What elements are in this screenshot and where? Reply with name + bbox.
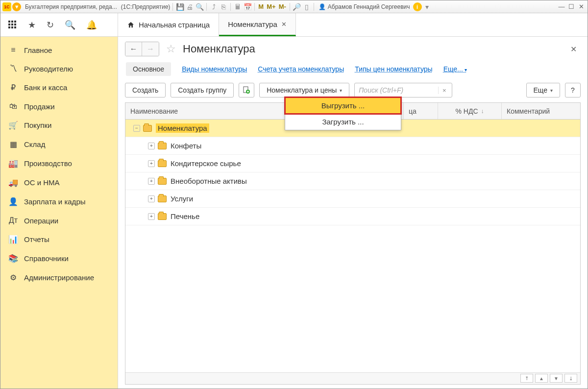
page-down-button[interactable]: ▼ bbox=[550, 374, 563, 383]
maximize-button[interactable]: ☐ bbox=[567, 3, 576, 11]
expand-icon[interactable]: + bbox=[148, 143, 155, 149]
app-menu-dropdown-icon[interactable]: ▾ bbox=[12, 2, 21, 11]
add-from-button[interactable] bbox=[239, 83, 254, 97]
sidebar-item-sales[interactable]: 🛍Продажи bbox=[0, 97, 118, 116]
menu-item-export[interactable]: Выгрузить ... bbox=[285, 97, 401, 114]
export-icon[interactable]: ⤴ bbox=[209, 2, 218, 11]
print-icon[interactable]: 🖨 bbox=[185, 2, 194, 11]
sidebar-item-manager[interactable]: 〽Руководителю bbox=[0, 59, 118, 78]
sidebar-item-label: ОС и НМА bbox=[24, 178, 60, 187]
info-icon[interactable]: i bbox=[413, 2, 422, 11]
favorite-toggle-icon[interactable]: ☆ bbox=[164, 42, 178, 56]
panel-icon[interactable]: ▯ bbox=[302, 2, 311, 11]
row-label: Печенье bbox=[171, 212, 199, 220]
save-icon[interactable]: 💾 bbox=[175, 2, 184, 11]
sidebar-item-reports[interactable]: 📊Отчеты bbox=[0, 230, 118, 249]
expand-icon[interactable]: + bbox=[148, 160, 155, 167]
page-header: ← → ☆ Номенклатура ✕ bbox=[125, 42, 581, 56]
table-row[interactable]: + Печенье bbox=[125, 208, 580, 225]
table-row[interactable]: + Услуги bbox=[125, 190, 580, 208]
books-icon: 📚 bbox=[8, 254, 18, 263]
help-button[interactable]: ? bbox=[565, 83, 581, 97]
nav-back-button[interactable]: ← bbox=[125, 42, 142, 56]
nomenclature-prices-dropdown[interactable]: Номенклатура и цены bbox=[259, 83, 349, 97]
gear-icon: ⚙ bbox=[8, 273, 18, 282]
calculator-icon[interactable]: 🖩 bbox=[233, 2, 242, 11]
nav-buttons: ← → bbox=[125, 42, 159, 56]
linkbar-main-pill[interactable]: Основное bbox=[126, 62, 171, 76]
link-types[interactable]: Виды номенклатуры bbox=[182, 65, 247, 73]
page-last-button[interactable]: ⤓ bbox=[564, 374, 577, 383]
close-window-button[interactable]: ✕ bbox=[577, 3, 586, 11]
table-row[interactable]: + Внеоборотные активы bbox=[125, 172, 580, 190]
favorite-star-icon[interactable]: ★ bbox=[28, 20, 36, 30]
create-group-button[interactable]: Создать группу bbox=[171, 83, 234, 97]
expand-icon[interactable]: + bbox=[148, 178, 155, 185]
sidebar-item-purchases[interactable]: 🛒Покупки bbox=[0, 116, 118, 135]
user-icon: 👤 bbox=[318, 3, 326, 10]
sidebar-item-admin[interactable]: ⚙Администрирование bbox=[0, 268, 118, 287]
memory-mminus-button[interactable]: M- bbox=[278, 3, 287, 10]
bars-icon: 📊 bbox=[8, 235, 18, 244]
page-up-button[interactable]: ▲ bbox=[535, 374, 548, 383]
page-first-button[interactable]: ⤒ bbox=[520, 374, 533, 383]
table-row[interactable]: + Конфеты bbox=[125, 137, 580, 155]
bag-icon: 🛍 bbox=[8, 102, 18, 111]
create-button[interactable]: Создать bbox=[125, 83, 166, 97]
col-unit[interactable]: ца bbox=[404, 103, 438, 119]
expand-icon[interactable]: + bbox=[148, 213, 155, 220]
tab-nomenclature[interactable]: Номенклатура ✕ bbox=[219, 13, 296, 36]
link-accounts[interactable]: Счета учета номенклатуры bbox=[258, 65, 344, 73]
separator bbox=[206, 3, 207, 11]
collapse-icon[interactable]: − bbox=[133, 125, 140, 132]
sidebar-item-operations[interactable]: ДтОперации bbox=[0, 211, 118, 230]
link-more[interactable]: Еще... bbox=[443, 65, 467, 73]
calendar-icon[interactable]: 📅 bbox=[243, 2, 252, 11]
home-icon bbox=[127, 21, 135, 29]
sidebar-item-production[interactable]: 🏭Производство bbox=[0, 154, 118, 173]
tab-close-icon[interactable]: ✕ bbox=[281, 21, 287, 28]
sidebar-item-hr[interactable]: 👤Зарплата и кадры bbox=[0, 192, 118, 211]
info-dropdown-icon[interactable]: ▾ bbox=[423, 2, 432, 11]
nav-forward-button[interactable]: → bbox=[142, 42, 159, 56]
window-title: Бухгалтерия предприятия, реда... bbox=[25, 3, 117, 10]
preview-icon[interactable]: 🔍 bbox=[195, 2, 204, 11]
copy-icon[interactable]: ⎘ bbox=[219, 2, 228, 11]
ruble-icon: ₽ bbox=[8, 83, 18, 92]
row-label: Услуги bbox=[171, 194, 193, 203]
close-page-button[interactable]: ✕ bbox=[566, 43, 581, 56]
sidebar-item-warehouse[interactable]: ▦Склад bbox=[0, 135, 118, 154]
zoom-icon[interactable]: 🔎 bbox=[293, 2, 301, 11]
sidebar-item-main[interactable]: ≡Главное bbox=[0, 41, 118, 59]
minimize-button[interactable]: — bbox=[557, 3, 566, 11]
more-button[interactable]: Еще bbox=[526, 83, 561, 97]
memory-mplus-button[interactable]: M+ bbox=[266, 3, 276, 10]
expand-icon[interactable]: + bbox=[148, 195, 155, 202]
sidebar-item-bank[interactable]: ₽Банк и касса bbox=[0, 78, 118, 97]
apps-grid-icon[interactable] bbox=[8, 21, 17, 29]
sidebar-item-label: Производство bbox=[24, 159, 72, 168]
search-icon[interactable]: 🔍 bbox=[65, 20, 75, 30]
table-body[interactable]: − Номенклатура + Конфеты + Конд bbox=[125, 120, 580, 372]
search-clear-button[interactable]: × bbox=[438, 87, 450, 94]
col-vat[interactable]: % НДС ↓ bbox=[438, 103, 502, 119]
search-input[interactable] bbox=[355, 86, 438, 94]
person-icon: 👤 bbox=[8, 197, 18, 206]
current-user[interactable]: 👤 Абрамов Геннадий Сергеевич bbox=[318, 3, 410, 10]
link-price-types[interactable]: Типы цен номенклатуры bbox=[355, 65, 432, 73]
sidebar-item-assets[interactable]: 🚚ОС и НМА bbox=[0, 173, 118, 192]
table-row[interactable]: + Кондитерское сырье bbox=[125, 155, 580, 172]
history-icon[interactable]: ↻ bbox=[47, 20, 54, 30]
separator bbox=[172, 3, 173, 11]
bell-icon[interactable]: 🔔 bbox=[86, 20, 97, 30]
tab-home[interactable]: Начальная страница bbox=[118, 13, 219, 36]
folder-icon bbox=[158, 143, 167, 149]
menu-item-import[interactable]: Загрузить ... bbox=[285, 114, 401, 130]
memory-m-button[interactable]: M bbox=[257, 3, 265, 10]
sidebar-item-label: Зарплата и кадры bbox=[24, 197, 86, 206]
sidebar-item-catalogs[interactable]: 📚Справочники bbox=[0, 249, 118, 268]
chart-icon: 〽 bbox=[8, 64, 18, 73]
col-comment[interactable]: Комментарий bbox=[502, 103, 580, 119]
row-label: Конфеты bbox=[171, 142, 201, 150]
sidebar-item-label: Главное bbox=[24, 46, 52, 54]
